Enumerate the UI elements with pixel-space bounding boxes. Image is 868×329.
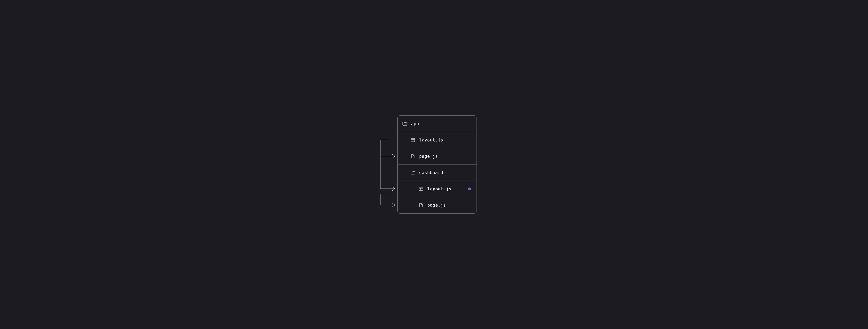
tree-row-page-nested: page.js [398, 197, 476, 213]
tree-row-layout: layout.js [398, 132, 476, 148]
svg-rect-0 [411, 139, 415, 142]
layout-icon [418, 187, 424, 191]
tree-row-label: layout.js [427, 186, 451, 191]
relation-arrows [378, 115, 399, 214]
tree-row-label: page.js [427, 203, 446, 208]
tree-row-label: layout.js [419, 138, 443, 143]
tree-row-page: page.js [398, 148, 476, 164]
file-icon [410, 154, 416, 158]
file-tree-diagram: app layout.js page.js [377, 115, 491, 214]
file-icon [418, 203, 424, 207]
folder-icon [410, 171, 416, 175]
tree-row-layout-active: layout.js [398, 181, 476, 197]
tree-row-folder-dashboard: dashboard [398, 164, 476, 181]
file-tree-panel: app layout.js page.js [397, 115, 477, 214]
tree-row-root: app [398, 116, 476, 132]
active-dot-icon [468, 187, 471, 190]
tree-row-label: app [411, 121, 419, 126]
folder-icon [402, 122, 408, 126]
tree-row-label: dashboard [419, 170, 443, 175]
layout-icon [410, 138, 416, 142]
svg-rect-3 [419, 187, 423, 190]
tree-row-label: page.js [419, 154, 438, 159]
